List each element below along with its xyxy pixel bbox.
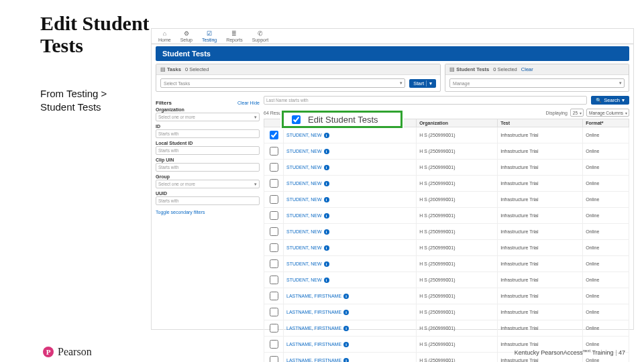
- student-link[interactable]: STUDENT, NEW i: [286, 133, 329, 138]
- info-icon[interactable]: i: [324, 278, 329, 283]
- chevron-down-icon[interactable]: ▾: [426, 80, 432, 86]
- table-row: STUDENT, NEW iH S (250999001)Infrastruct…: [264, 208, 629, 224]
- list-icon: ▤: [449, 66, 456, 72]
- info-icon[interactable]: i: [324, 133, 329, 138]
- cell-test: Infrastructure Trial: [498, 256, 583, 272]
- clear-link[interactable]: Clear: [521, 66, 533, 72]
- student-link[interactable]: STUDENT, NEW i: [286, 229, 329, 235]
- filter-id-label: ID: [156, 124, 260, 129]
- page-banner: Student Tests: [156, 46, 629, 61]
- slide-subtitle: From Testing > Student Tests: [40, 87, 107, 113]
- info-icon[interactable]: i: [324, 229, 329, 235]
- student-tests-count: 0 Selected: [493, 66, 517, 72]
- student-link[interactable]: STUDENT, NEW i: [286, 213, 329, 219]
- row-checkbox[interactable]: [270, 259, 278, 268]
- row-checkbox[interactable]: [270, 308, 278, 316]
- row-checkbox[interactable]: [270, 163, 278, 172]
- top-nav: ⌂Home⚙Setup☑Testing≣Reports✆Support: [152, 29, 633, 44]
- student-link[interactable]: STUDENT, NEW i: [286, 245, 329, 251]
- search-button[interactable]: 🔍 Search ▾: [591, 96, 629, 105]
- col-organization[interactable]: Organization: [417, 119, 498, 127]
- slide-footer: P Pearson Kentucky PearsonAccessnext Tra…: [0, 346, 644, 358]
- student-link[interactable]: LASTNAME, FIRSTNAME i: [286, 358, 349, 363]
- nav-reports[interactable]: ≣Reports: [226, 31, 243, 42]
- displaying-label: Displaying: [546, 111, 568, 115]
- filters-clear-hide[interactable]: Clear Hide: [237, 101, 260, 105]
- cell-format: Online: [583, 224, 629, 240]
- chevron-down-icon: ▾: [622, 97, 625, 103]
- edit-student-tests-checkbox[interactable]: [292, 115, 301, 124]
- chevron-down-icon: ▾: [254, 182, 257, 187]
- support-icon: ✆: [258, 31, 263, 37]
- student-link[interactable]: STUDENT, NEW i: [286, 149, 329, 154]
- cell-format: Online: [583, 127, 629, 143]
- manage-columns-select[interactable]: Manage Columns▾: [586, 109, 629, 117]
- row-checkbox[interactable]: [270, 292, 278, 300]
- info-icon[interactable]: i: [324, 245, 329, 251]
- student-link[interactable]: LASTNAME, FIRSTNAME i: [286, 294, 349, 299]
- nav-testing[interactable]: ☑Testing: [202, 31, 217, 42]
- info-icon[interactable]: i: [343, 310, 349, 315]
- info-icon[interactable]: i: [324, 197, 329, 202]
- student-link[interactable]: STUDENT, NEW i: [286, 261, 329, 267]
- info-icon[interactable]: i: [343, 326, 349, 331]
- info-icon[interactable]: i: [324, 213, 329, 219]
- row-checkbox[interactable]: [270, 147, 278, 156]
- info-icon[interactable]: i: [324, 181, 329, 186]
- start-button[interactable]: Start ▾: [409, 79, 436, 88]
- filters-sidebar: Filters Clear Hide Organization Select o…: [156, 96, 260, 362]
- filter-id-input[interactable]: Starts with: [156, 129, 260, 138]
- edit-student-tests-label: Edit Student Tests: [308, 115, 378, 125]
- filter-uuid-input[interactable]: Starts with: [156, 196, 260, 205]
- page-size-select[interactable]: 25▾: [570, 109, 584, 117]
- nav-home[interactable]: ⌂Home: [158, 31, 171, 42]
- toggle-secondary-filters[interactable]: Toggle secondary filters: [156, 210, 205, 215]
- student-link[interactable]: STUDENT, NEW i: [286, 165, 329, 170]
- cell-format: Online: [583, 192, 629, 208]
- row-checkbox[interactable]: [270, 211, 278, 220]
- student-link[interactable]: STUDENT, NEW i: [286, 278, 329, 283]
- manage-dropdown[interactable]: Manage ▾: [449, 78, 625, 88]
- cell-test: Infrastructure Trial: [498, 160, 583, 176]
- row-checkbox[interactable]: [270, 227, 278, 236]
- col-format[interactable]: Format*: [583, 119, 629, 127]
- student-link[interactable]: LASTNAME, FIRSTNAME i: [286, 326, 349, 331]
- row-checkbox[interactable]: [270, 179, 278, 188]
- reports-icon: ≣: [231, 31, 237, 37]
- info-icon[interactable]: i: [343, 294, 349, 299]
- info-icon[interactable]: i: [324, 261, 329, 267]
- results-area: Last Name starts with 🔍 Search ▾ 64 Resu…: [264, 96, 629, 362]
- cell-organization: H S (260999001): [417, 320, 498, 337]
- row-checkbox[interactable]: [270, 324, 278, 333]
- select-tasks-dropdown[interactable]: Select Tasks ▾: [160, 78, 405, 88]
- info-icon[interactable]: i: [343, 358, 349, 363]
- last-name-search-input[interactable]: Last Name starts with: [264, 96, 587, 105]
- cell-test: Infrastructure Trial: [498, 320, 583, 337]
- chevron-down-icon: ▾: [580, 111, 582, 115]
- table-row: STUDENT, NEW iH S (250999001)Infrastruct…: [264, 224, 629, 240]
- student-link[interactable]: STUDENT, NEW i: [286, 197, 329, 202]
- filter-group-select[interactable]: Select one or more▾: [156, 180, 260, 188]
- cell-test: Infrastructure Trial: [498, 288, 583, 304]
- table-row: STUDENT, NEW iH S (250999001)Infrastruct…: [264, 272, 629, 288]
- tasks-panel: ▤ Tasks 0 Selected Select Tasks ▾ Start …: [156, 64, 441, 92]
- filter-organization-select[interactable]: Select one or more▾: [156, 113, 260, 121]
- info-icon[interactable]: i: [324, 165, 329, 170]
- cell-organization: H S (250999001): [417, 272, 498, 288]
- student-link[interactable]: LASTNAME, FIRSTNAME i: [286, 310, 349, 315]
- row-checkbox[interactable]: [270, 131, 278, 139]
- cell-test: Infrastructure Trial: [498, 176, 583, 192]
- filter-local-id-input[interactable]: Starts with: [156, 146, 260, 155]
- manage-label: Manage: [453, 81, 470, 86]
- filter-clip-uin-input[interactable]: Starts with: [156, 163, 260, 172]
- student-link[interactable]: STUDENT, NEW i: [286, 181, 329, 186]
- row-checkbox[interactable]: [270, 276, 278, 284]
- nav-support[interactable]: ✆Support: [252, 31, 269, 42]
- row-checkbox[interactable]: [270, 195, 278, 204]
- col-checkbox: [264, 119, 284, 127]
- nav-setup[interactable]: ⚙Setup: [180, 31, 193, 42]
- cell-test: Infrastructure Trial: [498, 127, 583, 143]
- row-checkbox[interactable]: [270, 243, 278, 252]
- info-icon[interactable]: i: [324, 149, 329, 154]
- col-test[interactable]: Test: [498, 119, 583, 127]
